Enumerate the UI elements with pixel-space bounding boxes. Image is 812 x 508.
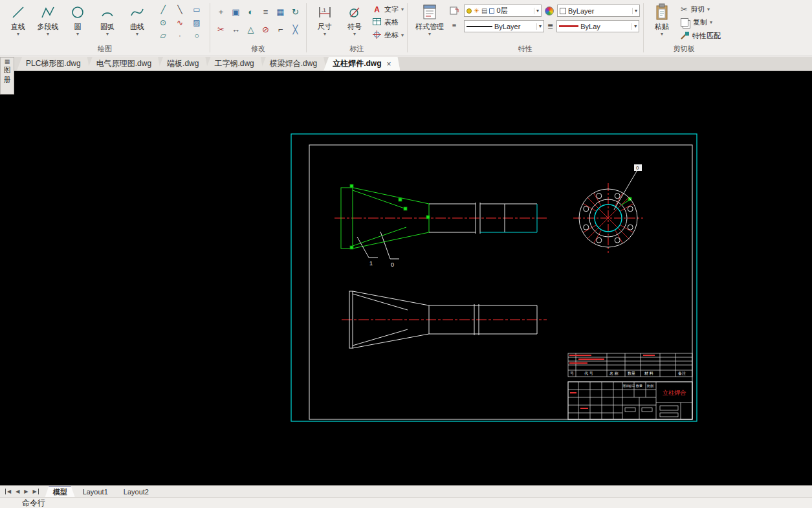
dropdown-arrow-icon[interactable]: ▾	[428, 32, 431, 37]
tab-layout1[interactable]: Layout1	[75, 486, 116, 497]
copy-tool-icon[interactable]: ▣	[228, 3, 243, 21]
doc-tab-electrical[interactable]: 电气原理图.dwg	[87, 57, 160, 71]
coordinate-label: 坐标	[384, 30, 399, 40]
dropdown-arrow-icon[interactable]: ▾	[401, 6, 404, 12]
dropdown-arrow-icon[interactable]: ▾	[631, 23, 637, 30]
next-layout-icon[interactable]: ▶	[24, 489, 28, 494]
circle-label: 圆	[74, 22, 82, 32]
trim-icon[interactable]: ✂	[214, 21, 228, 38]
spline-button[interactable]: 曲线 ▾	[122, 1, 152, 37]
move-icon[interactable]: +	[214, 3, 228, 21]
layer-combo[interactable]: ☀ ▤ 0层 ▾	[464, 5, 542, 17]
first-layout-icon[interactable]: ◀	[5, 489, 11, 494]
layer-on-icon	[466, 8, 472, 14]
dropdown-arrow-icon[interactable]: ▾	[710, 19, 712, 25]
dropdown-arrow-icon[interactable]: ▾	[661, 32, 663, 37]
parts-header: 代 号	[584, 371, 593, 375]
rotate-icon[interactable]: ↻	[288, 3, 303, 21]
paste-button[interactable]: 粘贴 ▾	[647, 1, 677, 37]
doc-tab-beam-weld[interactable]: 横梁焊合.dwg	[261, 57, 326, 71]
dropdown-arrow-icon[interactable]: ▾	[536, 23, 542, 30]
lineweight-preview	[559, 25, 578, 27]
linetype-value: ByLayer	[494, 23, 520, 30]
polygon-icon[interactable]: ▱	[155, 29, 171, 42]
mirror-icon[interactable]: ◐	[243, 3, 258, 21]
dropdown-arrow-icon[interactable]: ▾	[106, 32, 109, 37]
circle-button[interactable]: 圆 ▾	[63, 1, 93, 37]
dropdown-arrow-icon[interactable]: ▾	[17, 32, 19, 37]
dropdown-arrow-icon[interactable]: ▾	[401, 32, 404, 38]
color-combo[interactable]: ByLayer ▾	[557, 5, 640, 17]
doc-tab-column-weld[interactable]: 立柱焊件.dwg ×	[324, 57, 400, 71]
match-properties-button[interactable]: 特性匹配	[681, 30, 721, 41]
drawing-viewport[interactable]: 1 0	[0, 71, 812, 485]
offset-icon[interactable]: ≡	[258, 3, 273, 21]
copy-button[interactable]: 复制 ▾	[681, 17, 721, 27]
layer-panel-icon[interactable]	[450, 6, 459, 17]
explode-icon[interactable]: ╳	[288, 21, 303, 38]
donut-icon[interactable]: ⊙	[155, 16, 171, 29]
dropdown-arrow-icon[interactable]: ▾	[47, 32, 49, 37]
dropdown-arrow-icon[interactable]: ▾	[534, 8, 539, 14]
coordinate-button[interactable]: 坐标 ▾	[372, 30, 404, 40]
lineweight-combo[interactable]: ByLay ▾	[556, 20, 639, 32]
prev-layout-icon[interactable]: ◀	[16, 489, 19, 494]
dropdown-arrow-icon[interactable]: ▾	[632, 8, 637, 14]
arc-button[interactable]: 圆弧 ▾	[93, 1, 122, 37]
construction-line-icon[interactable]: ╱	[155, 3, 171, 16]
doc-tab-ibeam[interactable]: 工字钢.dwg	[205, 57, 263, 71]
line-button[interactable]: 直线 ▾	[3, 1, 33, 37]
fillet-icon[interactable]: ⌐	[273, 21, 288, 38]
tab-model[interactable]: 模型	[45, 486, 75, 497]
menu-icon[interactable]: ≡	[452, 21, 456, 29]
linetype-combo[interactable]: ByLayer ▾	[464, 20, 544, 32]
doc-tab-endplate[interactable]: 端板.dwg	[158, 57, 208, 71]
style-manager-button[interactable]: 样式管理 ▾	[411, 1, 448, 37]
doc-tab-label: 横梁焊合.dwg	[270, 58, 317, 69]
flange-section-view[interactable]: 0	[573, 164, 643, 253]
svg-text:.1: .1	[322, 7, 326, 13]
hatch-icon[interactable]: ▨	[188, 16, 205, 29]
arc-icon	[100, 3, 115, 22]
ray-icon[interactable]: ╲	[171, 3, 188, 16]
polyline-button[interactable]: 多段线 ▾	[33, 1, 63, 37]
dropdown-arrow-icon[interactable]: ▾	[76, 32, 79, 37]
array-icon[interactable]: ▦	[273, 3, 288, 21]
stretch-icon[interactable]: ↔	[228, 21, 243, 38]
arc-label: 圆弧	[100, 22, 115, 32]
close-icon[interactable]: ×	[386, 60, 391, 69]
ribbon: 直线 ▾ 多段线 ▾ 圆 ▾	[0, 0, 812, 56]
bottom-side-view[interactable]	[342, 291, 547, 348]
dropdown-arrow-icon[interactable]: ▾	[353, 32, 356, 37]
drawing-frame[interactable]	[291, 134, 697, 421]
last-layout-icon[interactable]: ▶	[32, 489, 38, 494]
symbol-button[interactable]: 符号 ▾	[340, 1, 369, 37]
symbol-label: 符号	[347, 22, 362, 32]
cut-button[interactable]: ✂ 剪切 ▾	[681, 5, 721, 14]
command-line-label[interactable]: 命令行	[22, 498, 45, 508]
text-button[interactable]: A 文字 ▾	[372, 5, 404, 14]
top-side-view[interactable]: 1 0	[335, 188, 547, 268]
palette-grid-icon: ▦	[5, 58, 10, 65]
point-icon[interactable]: ∙	[171, 29, 188, 42]
properties-combos: ☀ ▤ 0层 ▾ ByLayer ▾	[460, 1, 640, 32]
copy-label: 复制	[693, 17, 707, 27]
ellipse-icon[interactable]: ○	[188, 29, 205, 42]
scale-icon[interactable]: △	[243, 21, 258, 38]
dropdown-arrow-icon[interactable]: ▾	[136, 32, 138, 37]
dimension-button[interactable]: .1 尺寸 ▾	[310, 1, 340, 37]
side-palette[interactable]: ▦ 图 册	[0, 57, 14, 94]
dropdown-arrow-icon[interactable]: ▾	[707, 6, 710, 12]
title-block[interactable]: 号 代 号 名 称 数量 材 料 备注	[568, 353, 692, 419]
properties-mini-column: ≡	[450, 6, 459, 29]
tab-layout2[interactable]: Layout2	[116, 486, 157, 497]
doc-tab-plc[interactable]: PLC梯形图.dwg	[17, 57, 90, 71]
rectangle-icon[interactable]: ▭	[188, 3, 205, 16]
table-button[interactable]: 表格	[372, 17, 404, 27]
revision-cloud-icon[interactable]: ∿	[171, 16, 188, 29]
color-wheel-icon[interactable]	[545, 6, 554, 16]
erase-icon[interactable]: ⊘	[258, 21, 273, 38]
coordinate-icon	[372, 30, 382, 40]
dropdown-arrow-icon[interactable]: ▾	[324, 32, 326, 37]
drawing-canvas[interactable]: 1 0	[0, 71, 812, 485]
